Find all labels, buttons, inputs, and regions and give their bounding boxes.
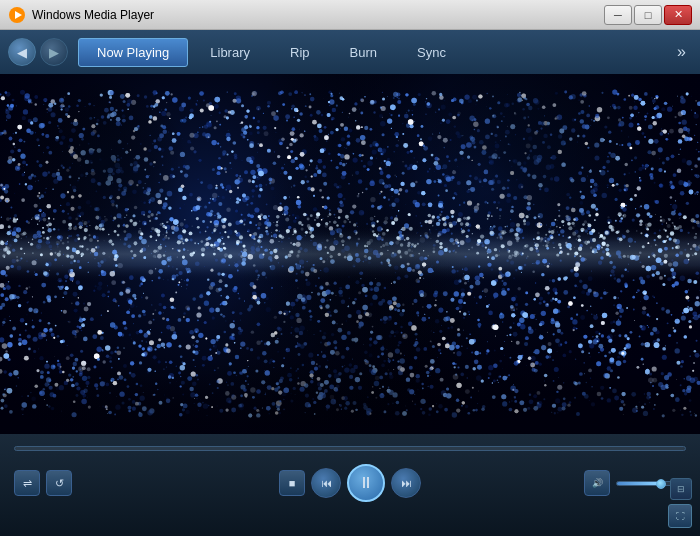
volume-icon: 🔊 <box>592 478 603 488</box>
progress-area[interactable] <box>0 438 700 458</box>
volume-thumb <box>656 479 666 489</box>
volume-fill <box>617 482 658 485</box>
back-button[interactable]: ◀ <box>8 38 36 66</box>
fullscreen-button[interactable]: ⛶ <box>668 504 692 528</box>
mini-icon: ⊟ <box>677 484 685 494</box>
visualization-canvas <box>0 74 700 434</box>
close-button[interactable]: ✕ <box>664 5 692 25</box>
stop-icon: ■ <box>289 477 296 489</box>
controls-bar: ⇌ ↺ ■ ⏮ ⏸ ⏭ 🔊 <box>0 434 700 536</box>
shuffle-icon: ⇌ <box>23 477 32 490</box>
app-icon <box>8 6 26 24</box>
forward-icon: ▶ <box>49 45 59 60</box>
fullscreen-icon: ⛶ <box>676 511 685 521</box>
tab-rip[interactable]: Rip <box>272 39 328 66</box>
mini-player-button[interactable]: ⊟ <box>670 478 692 500</box>
tab-burn[interactable]: Burn <box>332 39 395 66</box>
window-controls: ─ □ ✕ <box>604 5 692 25</box>
next-icon: ⏭ <box>401 477 412 489</box>
left-controls: ⇌ ↺ <box>14 470 72 496</box>
visualization-area <box>0 74 700 434</box>
play-pause-icon: ⏸ <box>358 474 374 492</box>
next-button[interactable]: ⏭ <box>391 468 421 498</box>
repeat-icon: ↺ <box>55 477 64 490</box>
play-pause-button[interactable]: ⏸ <box>347 464 385 502</box>
tab-library[interactable]: Library <box>192 39 268 66</box>
nav-bar: ◀ ▶ Now Playing Library Rip Burn Sync » <box>0 30 700 74</box>
repeat-button[interactable]: ↺ <box>46 470 72 496</box>
more-tabs-button[interactable]: » <box>671 39 692 65</box>
forward-button[interactable]: ▶ <box>40 38 68 66</box>
prev-icon: ⏮ <box>321 477 332 489</box>
tab-sync[interactable]: Sync <box>399 39 464 66</box>
app-title: Windows Media Player <box>32 8 604 22</box>
maximize-button[interactable]: □ <box>634 5 662 25</box>
minimize-button[interactable]: ─ <box>604 5 632 25</box>
stop-button[interactable]: ■ <box>279 470 305 496</box>
back-icon: ◀ <box>17 45 27 60</box>
center-controls: ■ ⏮ ⏸ ⏭ <box>279 464 421 502</box>
progress-track[interactable] <box>14 446 686 451</box>
tab-now-playing[interactable]: Now Playing <box>78 38 188 67</box>
title-bar: Windows Media Player ─ □ ✕ <box>0 0 700 30</box>
previous-button[interactable]: ⏮ <box>311 468 341 498</box>
mute-button[interactable]: 🔊 <box>584 470 610 496</box>
shuffle-button[interactable]: ⇌ <box>14 470 40 496</box>
main-controls: ⇌ ↺ ■ ⏮ ⏸ ⏭ 🔊 <box>0 458 700 508</box>
